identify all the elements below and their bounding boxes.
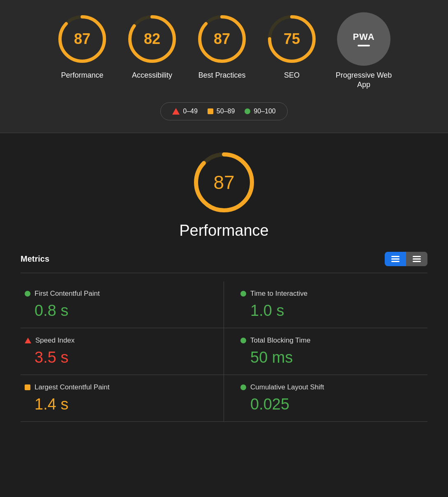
grid-line-1 [413, 256, 421, 257]
gauge-accessibility: 82 [125, 12, 179, 66]
pwa-icon-text: PWA [353, 32, 374, 42]
metric-item-si: Speed Index 3.5 s [21, 328, 224, 375]
score-label-pwa: Progressive Web App [335, 71, 393, 90]
metric-header-lcp: Largest Contentful Paint [25, 383, 207, 391]
metric-name-si: Speed Index [35, 336, 74, 345]
metric-header-tti: Time to Interactive [240, 290, 419, 298]
metric-name-fcp: First Contentful Paint [35, 290, 100, 298]
metric-value-tbt: 50 ms [250, 349, 419, 366]
metrics-section: Metrics [16, 252, 432, 422]
metric-header-tbt: Total Blocking Time [240, 336, 419, 345]
score-label-performance: Performance [61, 71, 103, 80]
legend-icon-orange [208, 108, 213, 114]
metric-item-lcp: Largest Contentful Paint 1.4 s [21, 375, 224, 422]
legend-item-orange: 50–89 [208, 108, 235, 115]
metric-item-cls: Cumulative Layout Shift 0.025 [224, 375, 427, 422]
metric-header-cls: Cumulative Layout Shift [240, 383, 419, 391]
legend-range-green: 90–100 [254, 108, 275, 115]
metric-status-tbt [240, 338, 246, 343]
metric-item-fcp: First Contentful Paint 0.8 s [21, 281, 224, 328]
legend-item-green: 90–100 [245, 108, 275, 115]
gauge-performance: 87 [55, 12, 109, 66]
main-gauge-wrapper: 87 Performance [16, 150, 432, 239]
grid-line-3 [413, 261, 421, 262]
grid-line-2 [413, 258, 421, 260]
score-label-best-practices: Best Practices [198, 71, 245, 80]
metric-item-tbt: Total Blocking Time 50 ms [224, 328, 427, 375]
legend-item-red: 0–49 [172, 108, 198, 115]
legend-range-orange: 50–89 [217, 108, 235, 115]
metrics-header: Metrics [21, 252, 427, 266]
score-value-accessibility: 82 [144, 30, 160, 48]
metric-value-lcp: 1.4 s [35, 396, 207, 413]
score-value-best-practices: 87 [214, 30, 230, 48]
gauge-best-practices: 87 [195, 12, 249, 66]
metrics-divider [21, 273, 427, 273]
toggle-line-2 [391, 258, 400, 260]
score-item-pwa[interactable]: PWA Progressive Web App [335, 12, 393, 90]
score-label-seo: SEO [284, 71, 300, 80]
metric-name-tti: Time to Interactive [250, 290, 307, 298]
metric-value-tti: 1.0 s [250, 302, 419, 320]
metric-name-cls: Cumulative Layout Shift [250, 383, 324, 391]
metric-value-si: 3.5 s [35, 349, 207, 366]
score-item-accessibility[interactable]: 82 Accessibility [125, 12, 179, 80]
grid-lines-icon [413, 256, 421, 262]
score-item-best-practices[interactable]: 87 Best Practices [195, 12, 249, 80]
metric-name-lcp: Largest Contentful Paint [35, 383, 109, 391]
top-section: 87 Performance 82 Accessibility [0, 0, 448, 133]
score-item-seo[interactable]: 75 SEO [265, 12, 319, 80]
legend-range-red: 0–49 [183, 108, 198, 115]
score-label-accessibility: Accessibility [132, 71, 172, 80]
score-value-performance: 87 [74, 30, 90, 48]
metric-header-fcp: First Contentful Paint [25, 290, 207, 298]
score-legend: 0–49 50–89 90–100 [160, 102, 287, 120]
metrics-grid: First Contentful Paint 0.8 s Time to Int… [21, 281, 427, 422]
toggle-line-1 [391, 256, 400, 257]
metric-name-tbt: Total Blocking Time [250, 336, 310, 345]
metrics-title: Metrics [21, 254, 49, 264]
pwa-circle: PWA [337, 12, 390, 66]
list-lines-icon [391, 256, 400, 262]
main-score-value: 87 [213, 171, 234, 193]
metric-status-tti [240, 291, 246, 297]
legend-icon-green [245, 108, 250, 114]
score-value-seo: 75 [284, 30, 300, 48]
metric-status-lcp [25, 384, 30, 390]
metric-value-fcp: 0.8 s [35, 302, 207, 320]
main-section: 87 Performance Metrics [0, 133, 448, 438]
toggle-line-3 [391, 261, 400, 262]
score-item-performance[interactable]: 87 Performance [55, 12, 109, 80]
view-toggle[interactable] [385, 252, 427, 266]
metric-status-cls [240, 384, 246, 390]
toggle-list-view[interactable] [385, 252, 406, 266]
gauge-seo: 75 [265, 12, 319, 66]
main-score-label: Performance [179, 222, 269, 239]
metric-item-tti: Time to Interactive 1.0 s [224, 281, 427, 328]
metric-status-si [25, 338, 31, 343]
pwa-dash [358, 45, 370, 46]
metric-status-fcp [25, 291, 30, 297]
metric-header-si: Speed Index [25, 336, 207, 345]
toggle-grid-view[interactable] [406, 252, 427, 266]
scores-row: 87 Performance 82 Accessibility [55, 12, 393, 90]
main-gauge: 87 [191, 150, 257, 215]
legend-icon-red [172, 108, 180, 115]
metric-value-cls: 0.025 [250, 396, 419, 413]
